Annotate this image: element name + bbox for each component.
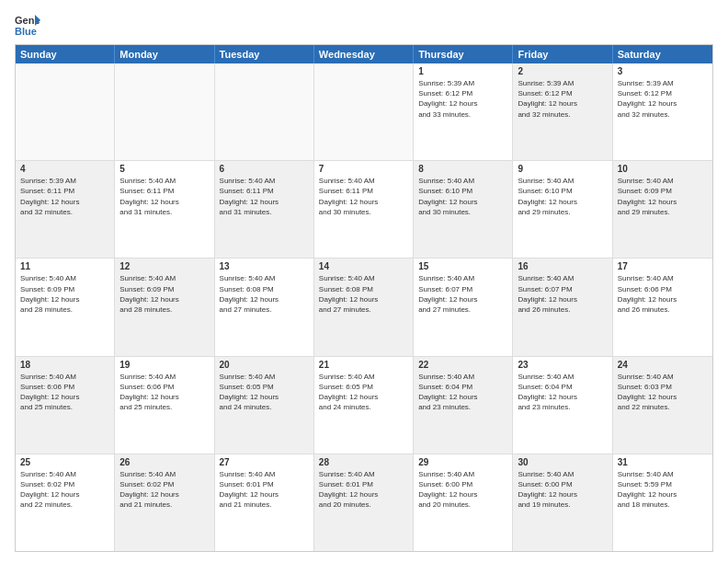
calendar-cell: 13Sunrise: 5:40 AM Sunset: 6:08 PM Dayli…	[215, 259, 314, 355]
cell-info: Sunrise: 5:40 AM Sunset: 6:06 PM Dayligh…	[20, 372, 109, 413]
calendar-cell: 28Sunrise: 5:40 AM Sunset: 6:01 PM Dayli…	[314, 454, 414, 551]
cell-info: Sunrise: 5:40 AM Sunset: 6:09 PM Dayligh…	[618, 176, 708, 217]
calendar-cell: 10Sunrise: 5:40 AM Sunset: 6:09 PM Dayli…	[613, 161, 712, 258]
calendar-header-cell: Thursday	[414, 45, 513, 63]
day-number: 20	[220, 360, 309, 370]
calendar-cell	[16, 63, 115, 160]
calendar-body: 1Sunrise: 5:39 AM Sunset: 6:12 PM Daylig…	[16, 63, 712, 551]
calendar-cell: 4Sunrise: 5:39 AM Sunset: 6:11 PM Daylig…	[16, 161, 115, 258]
day-number: 8	[418, 164, 507, 174]
header: General Blue	[15, 11, 713, 37]
calendar-header-cell: Wednesday	[314, 45, 414, 63]
calendar-cell: 1Sunrise: 5:39 AM Sunset: 6:12 PM Daylig…	[414, 63, 513, 160]
calendar-cell	[314, 63, 414, 160]
cell-info: Sunrise: 5:40 AM Sunset: 6:10 PM Dayligh…	[518, 176, 607, 217]
calendar-header-cell: Tuesday	[215, 45, 314, 63]
cell-info: Sunrise: 5:39 AM Sunset: 6:11 PM Dayligh…	[20, 176, 109, 217]
cell-info: Sunrise: 5:40 AM Sunset: 6:09 PM Dayligh…	[20, 273, 109, 315]
logo: General Blue	[15, 11, 40, 37]
cell-info: Sunrise: 5:39 AM Sunset: 6:12 PM Dayligh…	[418, 78, 507, 120]
logo-icon: General Blue	[15, 11, 40, 37]
day-number: 11	[20, 261, 109, 271]
calendar-week: 1Sunrise: 5:39 AM Sunset: 6:12 PM Daylig…	[16, 63, 712, 161]
calendar-cell: 17Sunrise: 5:40 AM Sunset: 6:06 PM Dayli…	[613, 259, 712, 355]
calendar-cell: 25Sunrise: 5:40 AM Sunset: 6:02 PM Dayli…	[16, 454, 115, 551]
calendar-cell: 9Sunrise: 5:40 AM Sunset: 6:10 PM Daylig…	[513, 161, 612, 258]
calendar-header-cell: Sunday	[16, 45, 115, 63]
calendar-cell: 6Sunrise: 5:40 AM Sunset: 6:11 PM Daylig…	[215, 161, 314, 258]
calendar-header-cell: Friday	[513, 45, 612, 63]
calendar-cell: 18Sunrise: 5:40 AM Sunset: 6:06 PM Dayli…	[16, 357, 115, 454]
calendar-cell: 23Sunrise: 5:40 AM Sunset: 6:04 PM Dayli…	[513, 357, 612, 454]
calendar-week: 11Sunrise: 5:40 AM Sunset: 6:09 PM Dayli…	[16, 259, 712, 356]
cell-info: Sunrise: 5:40 AM Sunset: 6:11 PM Dayligh…	[220, 176, 309, 217]
day-number: 14	[319, 261, 408, 271]
day-number: 6	[220, 164, 309, 174]
calendar-week: 18Sunrise: 5:40 AM Sunset: 6:06 PM Dayli…	[16, 357, 712, 454]
calendar-cell: 2Sunrise: 5:39 AM Sunset: 6:12 PM Daylig…	[513, 63, 612, 160]
cell-info: Sunrise: 5:40 AM Sunset: 6:11 PM Dayligh…	[319, 176, 408, 217]
day-number: 7	[319, 164, 408, 174]
cell-info: Sunrise: 5:40 AM Sunset: 6:03 PM Dayligh…	[618, 372, 708, 413]
cell-info: Sunrise: 5:40 AM Sunset: 6:01 PM Dayligh…	[319, 469, 408, 511]
day-number: 30	[518, 457, 607, 467]
calendar-header: SundayMondayTuesdayWednesdayThursdayFrid…	[16, 45, 712, 63]
day-number: 25	[20, 457, 109, 467]
cell-info: Sunrise: 5:40 AM Sunset: 6:02 PM Dayligh…	[119, 469, 209, 511]
calendar-cell: 30Sunrise: 5:40 AM Sunset: 6:00 PM Dayli…	[513, 454, 612, 551]
calendar-cell: 24Sunrise: 5:40 AM Sunset: 6:03 PM Dayli…	[613, 357, 712, 454]
cell-info: Sunrise: 5:40 AM Sunset: 6:09 PM Dayligh…	[119, 273, 209, 315]
day-number: 2	[518, 66, 607, 76]
calendar-cell: 26Sunrise: 5:40 AM Sunset: 6:02 PM Dayli…	[115, 454, 214, 551]
calendar-cell: 27Sunrise: 5:40 AM Sunset: 6:01 PM Dayli…	[215, 454, 314, 551]
day-number: 12	[119, 261, 209, 271]
cell-info: Sunrise: 5:40 AM Sunset: 6:08 PM Dayligh…	[220, 273, 309, 315]
calendar-cell: 12Sunrise: 5:40 AM Sunset: 6:09 PM Dayli…	[115, 259, 214, 355]
day-number: 10	[618, 164, 708, 174]
page: General Blue SundayMondayTuesdayWednesda…	[0, 0, 728, 563]
day-number: 5	[119, 164, 209, 174]
calendar-cell: 5Sunrise: 5:40 AM Sunset: 6:11 PM Daylig…	[115, 161, 214, 258]
cell-info: Sunrise: 5:40 AM Sunset: 6:07 PM Dayligh…	[418, 273, 507, 315]
day-number: 21	[319, 360, 408, 370]
day-number: 28	[319, 457, 408, 467]
calendar-week: 4Sunrise: 5:39 AM Sunset: 6:11 PM Daylig…	[16, 161, 712, 259]
calendar-cell: 15Sunrise: 5:40 AM Sunset: 6:07 PM Dayli…	[414, 259, 513, 355]
cell-info: Sunrise: 5:40 AM Sunset: 6:04 PM Dayligh…	[418, 372, 507, 413]
calendar-header-cell: Saturday	[613, 45, 712, 63]
calendar: SundayMondayTuesdayWednesdayThursdayFrid…	[15, 44, 713, 552]
day-number: 23	[518, 360, 607, 370]
day-number: 26	[119, 457, 209, 467]
day-number: 19	[119, 360, 209, 370]
cell-info: Sunrise: 5:40 AM Sunset: 6:05 PM Dayligh…	[319, 372, 408, 413]
calendar-header-cell: Monday	[115, 45, 214, 63]
day-number: 17	[618, 261, 708, 271]
cell-info: Sunrise: 5:39 AM Sunset: 6:12 PM Dayligh…	[518, 78, 607, 120]
calendar-week: 25Sunrise: 5:40 AM Sunset: 6:02 PM Dayli…	[16, 454, 712, 551]
calendar-cell: 11Sunrise: 5:40 AM Sunset: 6:09 PM Dayli…	[16, 259, 115, 355]
day-number: 9	[518, 164, 607, 174]
calendar-cell: 22Sunrise: 5:40 AM Sunset: 6:04 PM Dayli…	[414, 357, 513, 454]
day-number: 3	[618, 66, 708, 76]
cell-info: Sunrise: 5:40 AM Sunset: 6:07 PM Dayligh…	[518, 273, 607, 315]
cell-info: Sunrise: 5:40 AM Sunset: 6:01 PM Dayligh…	[220, 469, 309, 511]
calendar-cell	[215, 63, 314, 160]
calendar-cell: 19Sunrise: 5:40 AM Sunset: 6:06 PM Dayli…	[115, 357, 214, 454]
day-number: 24	[618, 360, 708, 370]
cell-info: Sunrise: 5:40 AM Sunset: 6:00 PM Dayligh…	[418, 469, 507, 511]
cell-info: Sunrise: 5:39 AM Sunset: 6:12 PM Dayligh…	[618, 78, 708, 120]
calendar-cell: 21Sunrise: 5:40 AM Sunset: 6:05 PM Dayli…	[314, 357, 414, 454]
calendar-cell: 8Sunrise: 5:40 AM Sunset: 6:10 PM Daylig…	[414, 161, 513, 258]
calendar-cell: 20Sunrise: 5:40 AM Sunset: 6:05 PM Dayli…	[215, 357, 314, 454]
day-number: 27	[220, 457, 309, 467]
cell-info: Sunrise: 5:40 AM Sunset: 5:59 PM Dayligh…	[618, 469, 708, 511]
calendar-cell: 7Sunrise: 5:40 AM Sunset: 6:11 PM Daylig…	[314, 161, 414, 258]
cell-info: Sunrise: 5:40 AM Sunset: 6:06 PM Dayligh…	[119, 372, 209, 413]
cell-info: Sunrise: 5:40 AM Sunset: 6:11 PM Dayligh…	[119, 176, 209, 217]
calendar-cell: 31Sunrise: 5:40 AM Sunset: 5:59 PM Dayli…	[613, 454, 712, 551]
day-number: 4	[20, 164, 109, 174]
day-number: 15	[418, 261, 507, 271]
cell-info: Sunrise: 5:40 AM Sunset: 6:06 PM Dayligh…	[618, 273, 708, 315]
calendar-cell: 29Sunrise: 5:40 AM Sunset: 6:00 PM Dayli…	[414, 454, 513, 551]
calendar-cell	[115, 63, 214, 160]
